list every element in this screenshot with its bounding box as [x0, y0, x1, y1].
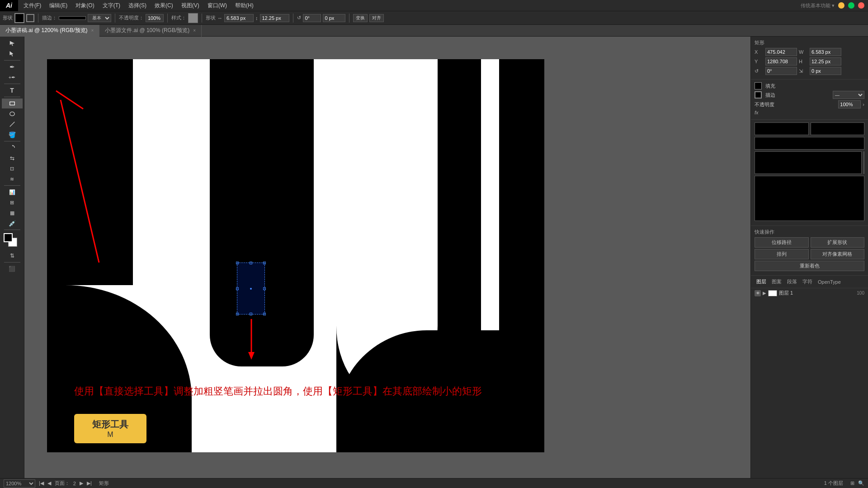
tool-sep-5 [4, 185, 20, 186]
pen-tool[interactable]: ✒ [2, 62, 23, 72]
layer-expand-arrow[interactable]: ▶ [763, 291, 766, 296]
height-input[interactable] [260, 14, 289, 22]
color-area [4, 233, 21, 249]
nav-back[interactable]: ◀ [47, 480, 51, 486]
foreground-color-box[interactable] [4, 233, 13, 242]
rotate-tool[interactable] [2, 143, 23, 153]
layers-tab-character[interactable]: 字符 [801, 277, 814, 286]
anchor-tool[interactable]: +✒ [2, 72, 23, 82]
menu-view[interactable]: 视图(V) [178, 1, 203, 10]
menu-effect[interactable]: 效果(C) [151, 1, 177, 10]
scale-tool[interactable]: ⊡ [2, 164, 23, 174]
layers-tab-patterns[interactable]: 图案 [770, 277, 783, 286]
tab-1[interactable]: 小墨源文件.ai @ 100% (RGB/预览) × [99, 25, 202, 37]
h-input[interactable] [810, 57, 841, 66]
w-label: W [799, 49, 808, 55]
rotate-input-panel[interactable] [765, 67, 797, 75]
recolor-btn[interactable]: 重新着色 [755, 261, 864, 271]
paintbucket-tool[interactable]: 🪣 [2, 130, 23, 140]
width-input[interactable] [224, 14, 254, 22]
screen-mode[interactable]: ⬛ [2, 264, 23, 274]
nav-prev[interactable]: |◀ [39, 480, 44, 486]
offset-path-btn[interactable]: 位移路径 [755, 237, 809, 248]
rotate-input[interactable] [303, 14, 321, 22]
selection-tool[interactable] [2, 38, 23, 48]
mesh-tool[interactable]: ⊞ [2, 197, 23, 207]
stroke-color-swatch[interactable] [755, 91, 762, 99]
handle-mr[interactable] [263, 287, 266, 290]
gradient-tool[interactable]: ▦ [2, 208, 23, 218]
rect-tool[interactable] [2, 99, 23, 108]
layer-thumbnail [768, 290, 777, 296]
menu-object[interactable]: 对象(O) [72, 1, 98, 10]
menu-text[interactable]: 文字(T) [99, 1, 124, 10]
stroke-type-select[interactable]: — [833, 91, 864, 99]
layer-name[interactable]: 图层 1 [779, 290, 855, 296]
left-toolbar: ✒ +✒ T 🪣 ⇆ ⊡ ≋ 📊 ⊞ ▦ 💉 ⇅ ⬛ [0, 37, 24, 478]
stroke-select[interactable]: 基本 [88, 14, 111, 22]
menu-file[interactable]: 文件(F) [20, 1, 45, 10]
layers-tab-layers[interactable]: 图层 [755, 277, 768, 286]
search-btn[interactable]: 🔍 [858, 480, 864, 486]
tab-1-close[interactable]: × [193, 28, 196, 33]
thumb-5 [863, 151, 864, 174]
fx-label: fx [755, 110, 759, 115]
minimize-button[interactable] [838, 2, 844, 9]
maximize-button[interactable] [848, 2, 854, 9]
y-input[interactable] [765, 57, 797, 66]
opacity-input[interactable] [146, 14, 164, 22]
expand-arrow[interactable]: › [863, 102, 864, 107]
graph-tool[interactable]: 📊 [2, 187, 23, 197]
w-icon: ↔ [217, 15, 222, 21]
reflect-tool[interactable]: ⇆ [2, 153, 23, 163]
style-preview[interactable] [188, 13, 198, 23]
fill-color-swatch[interactable] [755, 82, 762, 89]
layers-tab-paragraph[interactable]: 段落 [785, 277, 799, 286]
fill-swatch[interactable] [14, 13, 24, 23]
menu-select[interactable]: 选择(S) [125, 1, 150, 10]
zoom-select[interactable]: 1200% [4, 479, 35, 488]
align-btn[interactable]: 对齐 [369, 14, 384, 22]
handle-tc[interactable] [250, 262, 252, 264]
menu-edit[interactable]: 编辑(E) [46, 1, 71, 10]
tab-0-close[interactable]: × [91, 28, 94, 33]
handle-tr[interactable] [263, 262, 266, 264]
tool-sep-2 [4, 84, 20, 84]
shear-input-panel[interactable] [810, 67, 841, 75]
handle-bl[interactable] [236, 313, 239, 315]
handle-br[interactable] [263, 313, 266, 315]
nav-forward[interactable]: ▶ [80, 480, 83, 486]
shear-input[interactable] [323, 14, 345, 22]
warp-tool[interactable]: ≋ [2, 174, 23, 184]
transform-btn[interactable]: 变换 [353, 14, 368, 22]
handle-tl[interactable] [236, 262, 239, 264]
nav-last[interactable]: ▶| [87, 480, 92, 486]
swap-colors[interactable]: ⇅ [2, 251, 23, 261]
x-input[interactable] [765, 48, 797, 56]
sep2 [115, 14, 115, 23]
selected-rect[interactable] [237, 263, 265, 314]
eyedropper-tool[interactable]: 💉 [2, 218, 23, 228]
menu-window[interactable]: 窗口(W) [204, 1, 231, 10]
layers-tab-opentype[interactable]: OpenType [816, 278, 843, 286]
handle-ml[interactable] [236, 287, 239, 290]
align-pixel-btn[interactable]: 对齐像素网格 [811, 249, 865, 259]
opacity-input-panel[interactable] [838, 100, 861, 108]
layer-visibility-toggle[interactable]: 👁 [755, 290, 761, 296]
w-input[interactable] [810, 48, 841, 56]
tab-0[interactable]: 小墨讲稿.ai @ 1200% (RGB/预览) × [0, 25, 99, 37]
type-tool[interactable]: T [2, 85, 23, 95]
line-tool[interactable] [2, 119, 23, 129]
arrange-btn[interactable]: 排列 [755, 249, 809, 259]
stroke-swatch-toolbar[interactable] [26, 14, 34, 22]
close-button[interactable] [858, 2, 864, 9]
tool-sep-7 [4, 262, 20, 263]
thumb-row-2 [755, 137, 864, 150]
menu-help[interactable]: 帮助(H) [231, 1, 257, 10]
zoom-fit-btn[interactable]: ⊞ [850, 480, 854, 486]
handle-bc[interactable] [250, 313, 252, 315]
direct-selection-tool[interactable] [2, 49, 23, 59]
ellipse-tool[interactable] [2, 109, 23, 119]
svg-rect-0 [9, 102, 14, 105]
expand-shape-btn[interactable]: 扩展形状 [811, 237, 865, 248]
